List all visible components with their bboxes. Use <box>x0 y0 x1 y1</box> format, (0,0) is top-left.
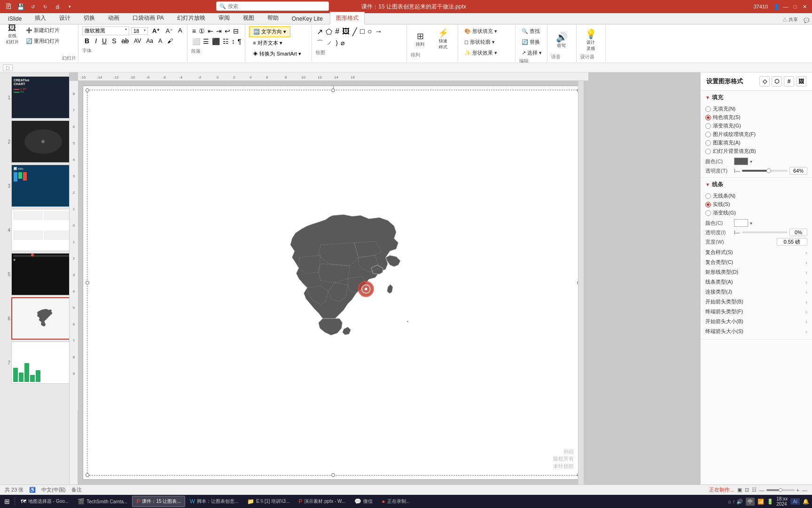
taskbar-maps[interactable]: 🗺 地图选择器 - Goo... <box>16 496 73 507</box>
fill-color-swatch[interactable] <box>734 158 748 165</box>
taskbar-ppt-material[interactable]: P 演示素材.pptx - W... <box>294 496 350 507</box>
handle-tc[interactable] <box>331 88 335 92</box>
fill-gradient-radio[interactable] <box>705 123 711 129</box>
para-spacing-btn[interactable]: ¶ <box>237 37 242 46</box>
draw-arc[interactable]: ⌀ <box>340 38 345 48</box>
replace-btn[interactable]: 🔄替换 <box>519 37 544 47</box>
quick-print[interactable]: 🖨 <box>53 2 62 11</box>
line-transparency-slider[interactable] <box>742 231 788 233</box>
reuse-slide-btn[interactable]: 🔄重用幻灯片 <box>23 36 62 46</box>
font-color-btn[interactable]: A <box>156 37 164 45</box>
handle-bc[interactable] <box>331 473 335 477</box>
accessibility-btn[interactable]: ♿ <box>29 487 36 493</box>
char-spacing-btn[interactable]: AV <box>132 37 143 45</box>
end-arrow-type-row[interactable]: 终端箭头类型(F) › <box>705 307 807 317</box>
start-arrow-size-row[interactable]: 开始箭头大小(B) › <box>705 317 807 326</box>
taskbar-camtasia[interactable]: 🎬 TechSmith Camta... <box>73 496 132 507</box>
align-text-btn[interactable]: ≡ 对齐文本 ▾ <box>249 38 286 48</box>
app-icon[interactable]: 🖹 <box>4 2 13 11</box>
line-type-row[interactable]: 线条类型(A) › <box>705 277 807 287</box>
slide-1-thumb[interactable]: CREATIveCHART ▬▬ 3.3% ▬▬ 6% <box>11 76 70 119</box>
line-gradient-option[interactable]: 渐变线(G) <box>705 209 807 216</box>
slide-2-thumb[interactable]: ◎ <box>11 120 70 163</box>
underline-btn[interactable]: U <box>100 37 109 45</box>
shape-effect-btn[interactable]: ✨形状效果 ▾ <box>462 48 500 58</box>
tab-islide[interactable]: iSlide <box>2 13 28 24</box>
tab-onekey[interactable]: OneKey Lite <box>286 13 329 24</box>
inc-indent-btn[interactable]: ⇥ <box>215 26 223 36</box>
view-reading-btn[interactable]: ☷ <box>752 487 757 493</box>
fill-none-option[interactable]: 无填充(N) <box>705 105 807 112</box>
taskbar-script[interactable]: W 脚本：让图表创意... <box>186 496 243 507</box>
tab-design[interactable]: 设计 <box>53 12 77 24</box>
fill-solid-radio[interactable] <box>705 115 711 120</box>
comment-status[interactable]: 备注 <box>71 486 82 493</box>
tab-view[interactable]: 视图 <box>237 12 260 24</box>
fill-slide-radio[interactable] <box>705 149 711 154</box>
draw-image-btn[interactable]: 🖼 <box>341 26 351 37</box>
shape-fill-btn[interactable]: 🎨形状填充 ▾ <box>462 26 500 36</box>
line-none-option[interactable]: 无线条(N) <box>705 192 807 199</box>
tab-animation[interactable]: 动画 <box>102 12 125 24</box>
line-none-radio[interactable] <box>705 193 711 199</box>
draw-line-btn[interactable]: ╱ <box>351 26 358 37</box>
panel-icon-2[interactable]: ⬡ <box>772 76 782 87</box>
font-grow-btn[interactable]: A⁺ <box>150 26 162 35</box>
slide-7-thumb[interactable] <box>11 341 70 384</box>
highlight-btn[interactable]: 🖌 <box>165 37 175 45</box>
bullets-btn[interactable]: ≡ <box>191 26 197 36</box>
panel-icon-1[interactable]: ◇ <box>759 76 770 87</box>
draw-curve1[interactable]: ⌒ <box>316 38 324 48</box>
line-solid-radio[interactable] <box>705 202 711 207</box>
panel-icon-3[interactable]: # <box>784 76 794 87</box>
notification-btn[interactable]: 🔔 <box>803 499 809 505</box>
fill-color-picker[interactable]: ▾ <box>734 158 752 165</box>
ai-btn[interactable]: Ai <box>790 498 800 505</box>
justify-btn[interactable]: ☷ <box>222 37 230 46</box>
draw-curve2[interactable]: ⟋ <box>325 38 334 48</box>
arrange-btn[interactable]: ⊞ 排列 <box>411 26 429 52</box>
compound-style-row[interactable]: 复合样式(S) › <box>705 247 807 257</box>
transparency-slider[interactable] <box>742 170 788 172</box>
numbering-btn[interactable]: ① <box>198 26 206 36</box>
slide-6-thumb[interactable] <box>11 297 70 340</box>
dec-indent-btn[interactable]: ⇤ <box>207 26 214 36</box>
handle-tl[interactable] <box>86 88 89 92</box>
view-normal-btn[interactable]: ▣ <box>737 487 742 493</box>
search-bar[interactable]: 🔍 <box>216 1 329 11</box>
draw-rect-btn[interactable]: □ <box>359 26 366 37</box>
new-slide-btn[interactable]: ➕新建幻灯片 <box>23 25 62 35</box>
maximize-btn[interactable]: □ <box>791 3 799 10</box>
customize-qat[interactable]: ▾ <box>65 2 74 11</box>
tts-btn[interactable]: 🔊 听写 <box>551 26 572 54</box>
tab-review[interactable]: 审阅 <box>212 12 236 24</box>
quickstyle-btn[interactable]: ⚡ 快速样式 <box>431 26 455 52</box>
change-case-btn[interactable]: Aa <box>144 37 155 45</box>
designer-btn[interactable]: 💡 设计灵感 <box>580 26 601 54</box>
panel-icon-4[interactable]: 🖼 <box>796 76 806 87</box>
tab-help[interactable]: 帮助 <box>261 12 285 24</box>
draw-arrow-btn[interactable]: → <box>374 26 383 37</box>
taskbar-recording[interactable]: ● 正在录制... <box>377 496 414 507</box>
fill-section-title[interactable]: ▼ 填充 <box>705 94 807 102</box>
line-spacing-btn[interactable]: ↕ <box>231 37 236 46</box>
convert-smartart-btn[interactable]: ◈ 转换为 SmartArt ▾ <box>249 49 305 59</box>
line-width-input[interactable] <box>777 238 807 246</box>
find-btn[interactable]: 🔍查找 <box>519 26 544 36</box>
slide-5-thumb[interactable]: ◉ <box>11 253 70 295</box>
taskbar-wechat[interactable]: 💬 微信 <box>350 496 377 507</box>
select-btn[interactable]: ↗选择 ▾ <box>519 48 544 58</box>
online-slides-btn[interactable]: 🖼 在线幻灯片 <box>3 25 22 42</box>
taskbar-explorer[interactable]: 📁 E:\\ [1] 培训\\3... <box>243 496 294 507</box>
ime-indicator[interactable]: 中 <box>746 498 755 506</box>
compound-type-row[interactable]: 复合类型(C) › <box>705 257 807 267</box>
join-type-row[interactable]: 连接类型(J) › <box>705 287 807 297</box>
start-btn[interactable]: ⊞ <box>1 496 13 507</box>
redo-btn[interactable]: ↻ <box>40 2 50 11</box>
fill-pattern-option[interactable]: 图案填充(A) <box>705 139 807 146</box>
fill-slide-option[interactable]: 幻灯片背景填充(B) <box>705 148 807 155</box>
tab-pa[interactable]: 口袋动画 PA <box>126 12 170 24</box>
search-input[interactable] <box>228 3 326 9</box>
columns-btn[interactable]: ⊟ <box>232 26 240 36</box>
line-section-title[interactable]: ▼ 线条 <box>705 181 807 189</box>
